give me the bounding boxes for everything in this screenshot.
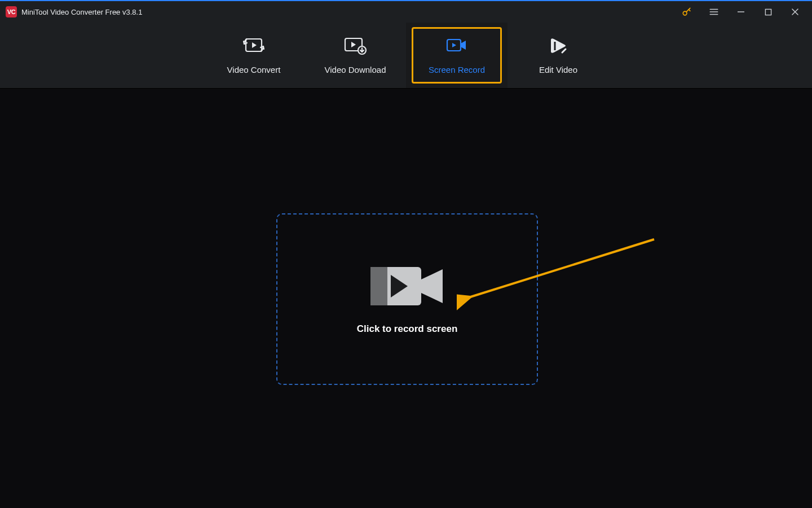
key-icon: [681, 6, 692, 17]
edit-icon: [549, 37, 568, 55]
tab-screen-record[interactable]: Screen Record: [406, 23, 508, 88]
minimize-icon: [737, 8, 745, 16]
maximize-icon: [765, 8, 772, 16]
upgrade-key-button[interactable]: [673, 1, 700, 23]
close-button[interactable]: [782, 1, 809, 23]
tab-label: Screen Record: [429, 65, 485, 75]
minimize-button[interactable]: [727, 1, 754, 23]
tab-video-download[interactable]: Video Download: [304, 23, 406, 88]
record-icon: [445, 37, 468, 55]
close-icon: [791, 8, 799, 16]
app-logo: VC: [6, 6, 17, 17]
svg-line-2: [689, 10, 690, 11]
download-icon: [343, 37, 367, 55]
tab-label: Video Convert: [227, 65, 281, 75]
camera-icon: [370, 264, 444, 309]
app-title: MiniTool Video Converter Free v3.8.1: [21, 8, 142, 16]
svg-rect-7: [765, 9, 771, 15]
convert-icon: [242, 37, 265, 55]
title-bar: VC MiniTool Video Converter Free v3.8.1: [0, 1, 812, 23]
main-panel: Click to record screen: [0, 89, 812, 508]
record-dropzone[interactable]: Click to record screen: [276, 213, 538, 385]
svg-marker-11: [252, 42, 257, 48]
tab-video-convert[interactable]: Video Convert: [203, 23, 304, 88]
tab-label: Video Download: [325, 65, 386, 75]
hamburger-icon: [709, 7, 719, 17]
svg-rect-19: [370, 267, 387, 305]
maximize-button[interactable]: [754, 1, 782, 23]
record-cta-text: Click to record screen: [357, 323, 458, 335]
svg-marker-13: [351, 42, 356, 47]
menu-button[interactable]: [700, 1, 727, 23]
tab-edit-video[interactable]: Edit Video: [508, 23, 609, 88]
tab-label: Edit Video: [539, 65, 577, 75]
svg-marker-17: [452, 43, 456, 47]
main-tab-bar: Video Convert Video Download Screen Reco…: [0, 23, 812, 89]
active-tab-highlight: [412, 27, 502, 84]
